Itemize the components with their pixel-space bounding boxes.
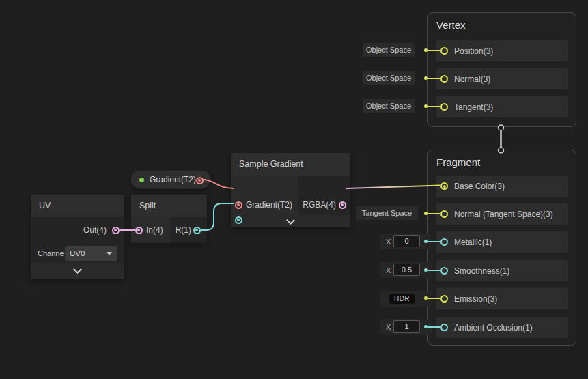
widget-dot (424, 240, 428, 243)
widget-line (428, 213, 440, 214)
position-label: Position(3) (454, 46, 493, 56)
split-in-port[interactable] (135, 227, 143, 234)
uv-node-title: UV (31, 195, 124, 217)
split-r-port[interactable] (193, 227, 201, 234)
hdr-badge[interactable]: HDR (389, 294, 415, 304)
block-emission[interactable]: Emission(3) (436, 288, 568, 309)
gradient-property-pill[interactable]: Gradient(T2) (130, 170, 211, 189)
split-in-label: In(4) (146, 225, 163, 235)
tangent-space-widget[interactable]: Object Space (363, 99, 415, 113)
vertex-title: Vertex (436, 19, 466, 31)
split-node[interactable]: Split In(4) R(1) (131, 195, 207, 243)
metallic-value-field[interactable]: 0 (393, 235, 420, 247)
gradient-property-label: Gradient(T2) (150, 175, 196, 184)
widget-line (428, 270, 440, 271)
ambient-occlusion-value-field[interactable]: 1 (393, 320, 420, 333)
gradient-property-port[interactable] (196, 177, 204, 184)
x-component-label: X (386, 238, 391, 246)
block-smoothness[interactable]: Smoothness(1) (436, 260, 568, 281)
tangent-port[interactable] (440, 103, 448, 111)
x-component-label: X (386, 323, 391, 331)
normal-label: Normal(3) (454, 74, 490, 84)
widget-dot (424, 296, 428, 300)
shader-graph-canvas[interactable]: UV Out(4) Channe UV0 Split In(4) R(1) Gr… (0, 0, 588, 379)
widget-line (428, 106, 440, 107)
block-ambient-occlusion[interactable]: Ambient Occlusion(1) (436, 317, 568, 338)
chevron-down-icon (286, 216, 295, 225)
split-r-label: R(1) (176, 225, 191, 235)
exposed-property-dot (139, 178, 144, 182)
uv-out-port[interactable] (112, 227, 120, 234)
normal-ts-label: Normal (Tangent Space)(3) (454, 210, 553, 219)
metallic-port[interactable] (440, 238, 448, 246)
sample-gradient-collapse-button[interactable] (231, 215, 350, 227)
position-port[interactable] (440, 47, 448, 55)
uv-channel-label: Channe (38, 249, 64, 257)
metallic-label: Metallic(1) (454, 238, 492, 247)
uv-channel-value: UV0 (70, 249, 85, 257)
widget-dot (424, 268, 428, 272)
gradient-input-label: Gradient(T2) (246, 200, 292, 210)
uv-channel-dropdown[interactable]: UV0 (65, 246, 117, 261)
normal-port[interactable] (440, 75, 448, 83)
vertex-context-node[interactable]: Vertex Position(3) Normal(3) Tangent(3) (427, 12, 576, 127)
emission-label: Emission(3) (454, 294, 497, 304)
smoothness-port[interactable] (440, 267, 448, 275)
block-normal-ts[interactable]: Normal (Tangent Space)(3) (436, 203, 568, 225)
widget-line (428, 241, 440, 242)
fragment-context-node[interactable]: Fragment Base Color(3) Normal (Tangent S… (427, 150, 576, 346)
normal-ts-port[interactable] (440, 210, 448, 218)
sample-gradient-node[interactable]: Sample Gradient Gradient(T2) t(1) RGBA(4… (231, 153, 350, 227)
gradient-input-port[interactable] (235, 201, 242, 209)
split-node-title: Split (131, 195, 207, 217)
t-input-port[interactable] (235, 216, 242, 224)
smoothness-label: Smoothness(1) (454, 266, 509, 276)
base-color-label: Base Color(3) (454, 182, 505, 191)
dropdown-arrow-icon (107, 252, 112, 255)
emission-port[interactable] (440, 295, 448, 303)
rgba-output-label: RGBA(4) (303, 200, 336, 210)
ambient-occlusion-label: Ambient Occlusion(1) (454, 323, 533, 333)
block-tangent[interactable]: Tangent(3) (436, 96, 568, 117)
uv-out-label: Out(4) (83, 225, 107, 235)
widget-dot (424, 104, 428, 108)
rgba-output-port[interactable] (339, 201, 346, 209)
normal-space-widget[interactable]: Object Space (363, 71, 415, 85)
widget-dot (424, 325, 428, 328)
widget-line (428, 78, 440, 79)
uv-node[interactable]: UV Out(4) Channe UV0 (31, 195, 124, 279)
block-metallic[interactable]: Metallic(1) (436, 231, 568, 253)
widget-dot (424, 76, 428, 80)
widget-dot (424, 48, 428, 52)
normal-space-widget[interactable]: Tangent Space (356, 206, 418, 220)
position-space-widget[interactable]: Object Space (363, 43, 415, 57)
uv-collapse-button[interactable] (31, 263, 124, 279)
chevron-down-icon (73, 265, 82, 274)
block-position[interactable]: Position(3) (436, 40, 568, 61)
ambient-occlusion-port[interactable] (440, 324, 448, 331)
widget-dot (424, 212, 428, 215)
smoothness-value-field[interactable]: 0.5 (393, 264, 420, 276)
widget-line (428, 326, 440, 328)
tangent-label: Tangent(3) (454, 102, 493, 112)
base-color-port[interactable] (440, 182, 448, 190)
block-base-color[interactable]: Base Color(3) (436, 176, 568, 197)
edge-rgba-to-base-color[interactable] (346, 186, 440, 189)
widget-line (428, 50, 440, 51)
fragment-title: Fragment (436, 156, 480, 168)
block-normal[interactable]: Normal(3) (436, 68, 568, 89)
x-component-label: X (386, 266, 391, 275)
widget-line (428, 298, 440, 299)
sample-gradient-title: Sample Gradient (231, 153, 350, 176)
